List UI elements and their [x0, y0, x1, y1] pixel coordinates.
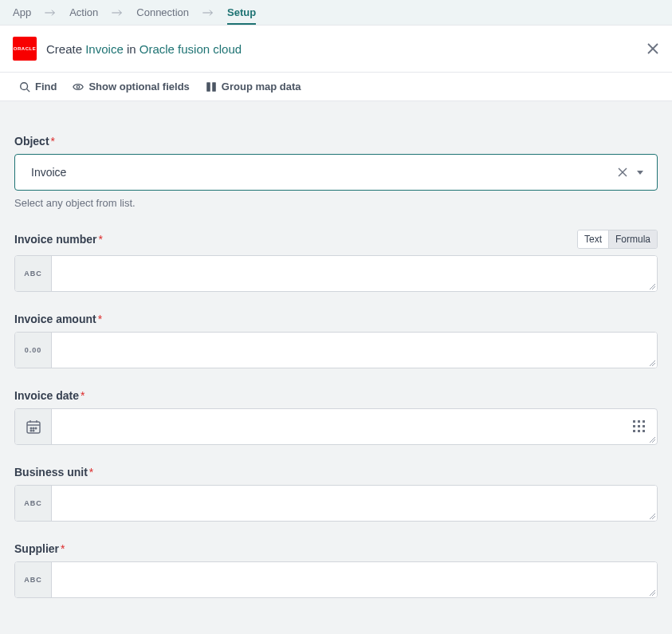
- supplier-input-row: ABC: [14, 561, 658, 598]
- chevron-down-icon[interactable]: [631, 167, 649, 177]
- svg-point-7: [77, 85, 81, 89]
- breadcrumb-item-action[interactable]: Action: [69, 6, 98, 18]
- svg-rect-26: [633, 420, 635, 423]
- chevron-right-icon: [202, 7, 214, 18]
- resize-grip-icon: [647, 511, 655, 519]
- field-invoice-date: Invoice date*: [14, 389, 658, 445]
- invoice-amount-input[interactable]: [52, 333, 657, 368]
- field-invoice-amount: Invoice amount* 0.00: [14, 313, 658, 368]
- search-icon: [19, 81, 30, 93]
- svg-rect-30: [638, 425, 640, 427]
- text-type-icon: ABC: [15, 486, 52, 521]
- object-select-value: Invoice: [31, 166, 614, 179]
- group-icon: [206, 81, 217, 93]
- invoice-number-label: Invoice number: [14, 233, 96, 246]
- svg-point-21: [30, 427, 32, 429]
- supplier-label: Supplier: [14, 542, 59, 555]
- form-area: Object* Invoice Select any object from l…: [0, 101, 672, 612]
- supplier-input[interactable]: [52, 562, 657, 597]
- svg-point-5: [21, 82, 28, 89]
- invoice-date-input-row: [14, 408, 658, 445]
- mode-toggle: Text Formula: [577, 230, 658, 249]
- svg-line-6: [27, 89, 30, 92]
- svg-marker-12: [637, 171, 643, 175]
- business-unit-label: Business unit: [14, 466, 88, 478]
- group-map-data-button[interactable]: Group map data: [206, 81, 301, 93]
- svg-point-24: [30, 430, 32, 431]
- resize-grip-icon: [647, 358, 655, 366]
- object-select[interactable]: Invoice: [14, 154, 658, 191]
- invoice-amount-label: Invoice amount: [14, 313, 96, 325]
- mode-formula[interactable]: Formula: [608, 230, 657, 248]
- object-link[interactable]: Invoice: [85, 42, 124, 56]
- find-button[interactable]: Find: [19, 81, 57, 93]
- svg-rect-29: [633, 425, 635, 427]
- object-helper: Select any object from list.: [14, 197, 658, 209]
- show-optional-fields-button[interactable]: Show optional fields: [73, 81, 189, 93]
- svg-rect-31: [643, 425, 645, 427]
- business-unit-input[interactable]: [52, 486, 657, 521]
- svg-point-25: [33, 430, 34, 431]
- svg-rect-28: [643, 420, 645, 423]
- svg-rect-9: [213, 82, 216, 91]
- invoice-number-input-row: ABC: [14, 255, 658, 292]
- resize-grip-icon: [647, 588, 655, 596]
- svg-point-23: [35, 427, 37, 429]
- invoice-number-input[interactable]: [52, 256, 657, 291]
- svg-rect-8: [207, 82, 210, 91]
- svg-rect-33: [638, 430, 640, 432]
- step-header: ORACLE Create Invoice in Oracle fusion c…: [0, 26, 672, 73]
- breadcrumb-item-app[interactable]: App: [13, 6, 31, 18]
- svg-point-22: [33, 427, 34, 429]
- field-invoice-number: Invoice number* Text Formula ABC: [14, 230, 658, 292]
- svg-rect-27: [638, 420, 640, 423]
- breadcrumb: App Action Connection Setup: [0, 0, 672, 26]
- object-label: Object: [14, 135, 49, 148]
- field-object: Object* Invoice Select any object from l…: [14, 135, 658, 209]
- clear-icon[interactable]: [614, 167, 631, 177]
- business-unit-input-row: ABC: [14, 485, 658, 522]
- text-type-icon: ABC: [15, 256, 52, 291]
- invoice-amount-input-row: 0.00: [14, 332, 658, 368]
- field-supplier: Supplier* ABC: [14, 542, 658, 598]
- step-title: Create Invoice in Oracle fusion cloud: [46, 42, 646, 56]
- resize-grip-icon: [647, 282, 655, 289]
- breadcrumb-item-connection[interactable]: Connection: [136, 6, 189, 18]
- close-icon[interactable]: [646, 42, 659, 55]
- svg-rect-32: [633, 430, 635, 432]
- app-link[interactable]: Oracle fusion cloud: [140, 42, 242, 56]
- form-toolbar: Find Show optional fields Group map data: [0, 73, 672, 101]
- eye-icon: [73, 81, 84, 93]
- invoice-date-label: Invoice date: [14, 389, 79, 402]
- resize-grip-icon: [647, 435, 655, 443]
- breadcrumb-item-setup[interactable]: Setup: [227, 6, 256, 25]
- calendar-icon: [15, 409, 52, 444]
- number-type-icon: 0.00: [15, 333, 52, 368]
- chevron-right-icon: [44, 7, 57, 18]
- oracle-logo: ORACLE: [13, 37, 37, 61]
- mode-text[interactable]: Text: [578, 230, 608, 248]
- chevron-right-icon: [111, 7, 124, 18]
- text-type-icon: ABC: [15, 562, 52, 597]
- invoice-date-input[interactable]: [52, 409, 622, 444]
- field-business-unit: Business unit* ABC: [14, 466, 658, 522]
- svg-rect-34: [643, 430, 645, 432]
